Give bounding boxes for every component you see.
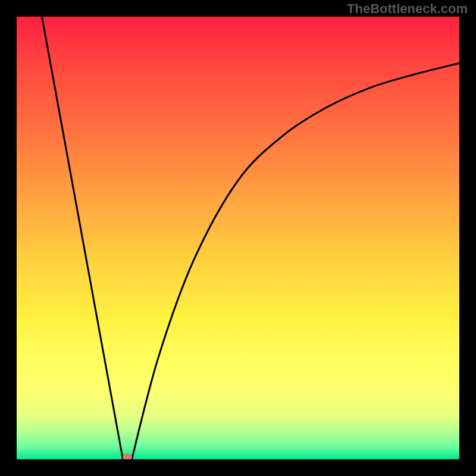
watermark-text: TheBottleneck.com — [347, 1, 468, 17]
bottleneck-curve-path — [42, 17, 459, 459]
chart-curve — [17, 17, 459, 459]
optimal-point-marker — [123, 453, 132, 459]
chart-plot-area — [17, 17, 459, 459]
